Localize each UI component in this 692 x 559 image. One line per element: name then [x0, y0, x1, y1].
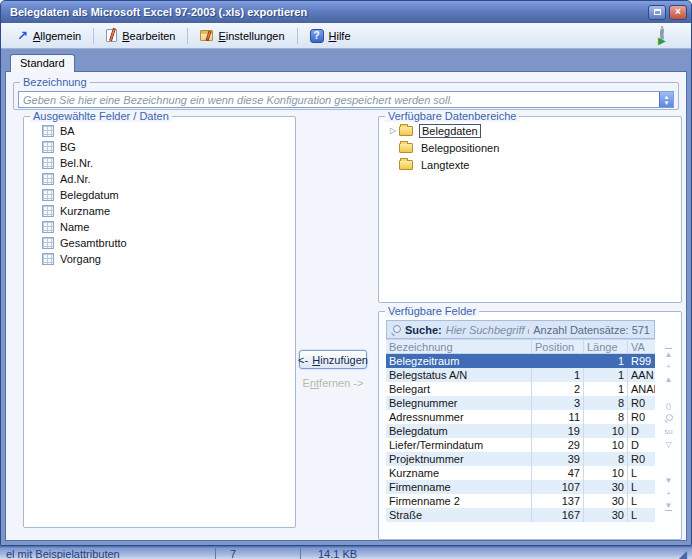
search-label: Suche:: [405, 324, 442, 336]
gear-refresh-icon: ▶: [660, 28, 675, 43]
bezeichnung-spinner[interactable]: ▲▼: [659, 92, 673, 107]
cell-va: L: [628, 466, 655, 480]
cell-va: R0: [628, 452, 655, 466]
list-item-label: Name: [60, 221, 89, 233]
folder-icon: [399, 160, 413, 170]
title-bar[interactable]: Belegdaten als Microsoft Excel 97-2003 (…: [1, 1, 691, 23]
tab-strip: Standard: [5, 53, 687, 71]
add-row-icon[interactable]: +: [666, 488, 671, 498]
list-item[interactable]: Gesamtbrutto: [26, 235, 293, 251]
remove-label-mnemonic: nt: [310, 377, 319, 389]
cell-bezeichnung: Firmenname 2: [386, 494, 532, 508]
table-row[interactable]: Adressnummer 11 8 R0: [386, 410, 655, 424]
list-item[interactable]: BA: [26, 123, 293, 139]
selected-fields-list[interactable]: BA BG Bel.Nr.: [26, 123, 293, 525]
window-title: Belegdaten als Microsoft Excel 97-2003 (…: [10, 6, 648, 18]
cell-laenge: 30: [584, 494, 628, 508]
table-row[interactable]: Belegzeitraum 1 R99: [386, 354, 655, 368]
table-row[interactable]: Firmenname 2 137 30 L: [386, 494, 655, 508]
goto-first-icon[interactable]: ▲: [665, 348, 673, 358]
search-input[interactable]: [446, 324, 530, 336]
column-header-va[interactable]: VA: [628, 340, 655, 353]
table-row[interactable]: Projektnummer 39 8 R0: [386, 452, 655, 466]
cell-bezeichnung: Firmenname: [386, 480, 532, 494]
table-row[interactable]: Belegdatum 19 10 D: [386, 424, 655, 438]
goto-last-icon[interactable]: ▼: [665, 501, 673, 511]
cell-bezeichnung: Belegzeitraum: [386, 354, 532, 368]
tree-item[interactable]: ▷ Belegdaten: [381, 122, 679, 139]
list-item[interactable]: Vorgang: [26, 251, 293, 267]
available-fields-group-label: Verfügbare Felder: [385, 305, 479, 317]
toolbar-separator: [187, 28, 188, 44]
close-button[interactable]: ×: [669, 5, 687, 20]
restore-button[interactable]: [648, 5, 666, 20]
tree-item-label: Belegdaten: [419, 124, 481, 138]
data-areas-tree[interactable]: ▷ Belegdaten Belegpositionen: [381, 122, 679, 300]
table-row[interactable]: Kurzname 47 10 L: [386, 466, 655, 480]
scroll-up-icon[interactable]: ▲: [665, 374, 673, 384]
cell-bezeichnung: Kurzname: [386, 466, 532, 480]
table-row[interactable]: Liefer/Termindatum 29 10 D: [386, 438, 655, 452]
cell-va: R0: [628, 396, 655, 410]
cell-position: 167: [532, 508, 584, 522]
tree-item[interactable]: Langtexte: [381, 156, 679, 173]
expander-icon[interactable]: ▷: [387, 126, 399, 135]
grid-search-icon[interactable]: [664, 413, 673, 423]
table-row[interactable]: Belegart 2 1 ANALRGI: [386, 382, 655, 396]
field-grid-icon: [42, 125, 54, 137]
scroll-down-icon[interactable]: ▼: [665, 475, 673, 485]
toolbar-button-hilfe[interactable]: ? Hilfe: [302, 26, 359, 46]
list-item[interactable]: Name: [26, 219, 293, 235]
window-controls: ×: [648, 5, 687, 20]
data-areas-group: Verfügbare Datenbereiche ▷ Belegdaten: [378, 116, 682, 303]
cell-position: [532, 354, 584, 368]
toolbar-separator: [93, 28, 94, 44]
field-grid-icon: [42, 141, 54, 153]
refresh-button[interactable]: ▶: [652, 25, 683, 46]
fields-table[interactable]: Belegzeitraum 1 R99 Belegstatus A/N 1 1 …: [386, 354, 655, 522]
column-header-laenge[interactable]: Länge: [584, 340, 628, 353]
list-item[interactable]: Bel.Nr.: [26, 155, 293, 171]
record-count: Anzahl Datensätze: 571: [533, 324, 650, 336]
parent-status-bar: el mit Beispielattributen 7 14.1 KB ◢: [0, 546, 692, 559]
tree-item[interactable]: Belegpositionen: [381, 139, 679, 156]
table-row[interactable]: Straße 167 30 L: [386, 508, 655, 522]
list-item[interactable]: Belegdatum: [26, 187, 293, 203]
brackets-icon[interactable]: (): [666, 400, 671, 410]
field-grid-icon: [42, 205, 54, 217]
add-button-arrow: <-: [298, 354, 311, 366]
cell-va: R99: [628, 354, 655, 368]
cell-laenge: 10: [584, 466, 628, 480]
table-row[interactable]: Firmenname 107 30 L: [386, 480, 655, 494]
tab-standard[interactable]: Standard: [10, 54, 75, 72]
tab-zone: Standard Bezeichnung ▲▼ Ausgewählte Feld…: [1, 49, 691, 545]
list-item-label: Ad.Nr.: [60, 173, 91, 185]
bezeichnung-group: Bezeichnung ▲▼: [13, 82, 679, 110]
table-row[interactable]: Belegnummer 3 8 R0: [386, 396, 655, 410]
toolbar-button-bearbeiten[interactable]: Bearbeiten: [98, 26, 183, 45]
cell-laenge: 1: [584, 354, 628, 368]
cell-position: 11: [532, 410, 584, 424]
cell-va: L: [628, 494, 655, 508]
toolbar-button-einstellungen[interactable]: Einstellungen: [192, 27, 292, 45]
toolbar-label-hilfe: Hilfe: [329, 30, 351, 42]
bezeichnung-input[interactable]: [19, 92, 659, 107]
remove-button[interactable]: Entfernen ->: [294, 377, 372, 389]
move-up-icon[interactable]: +: [666, 361, 671, 371]
toolbar-button-allgemein[interactable]: ↗ Allgemein: [9, 27, 89, 45]
cell-va: L: [628, 508, 655, 522]
cell-bezeichnung: Adressnummer: [386, 410, 532, 424]
list-item[interactable]: BG: [26, 139, 293, 155]
cell-position: 137: [532, 494, 584, 508]
list-item[interactable]: Kurzname: [26, 203, 293, 219]
remove-label-part: E: [303, 377, 310, 389]
list-item[interactable]: Ad.Nr.: [26, 171, 293, 187]
list-item-label: Vorgang: [60, 253, 101, 265]
column-header-bezeichnung[interactable]: Bezeichnung: [386, 340, 532, 353]
sum-icon[interactable]: su: [664, 426, 672, 436]
filter-icon[interactable]: ▽: [665, 439, 671, 449]
list-item-label: BG: [60, 141, 76, 153]
table-row[interactable]: Belegstatus A/N 1 1 AAN: [386, 368, 655, 382]
add-button[interactable]: <- Hinzufügen: [299, 350, 367, 369]
column-header-position[interactable]: Position: [532, 340, 584, 353]
